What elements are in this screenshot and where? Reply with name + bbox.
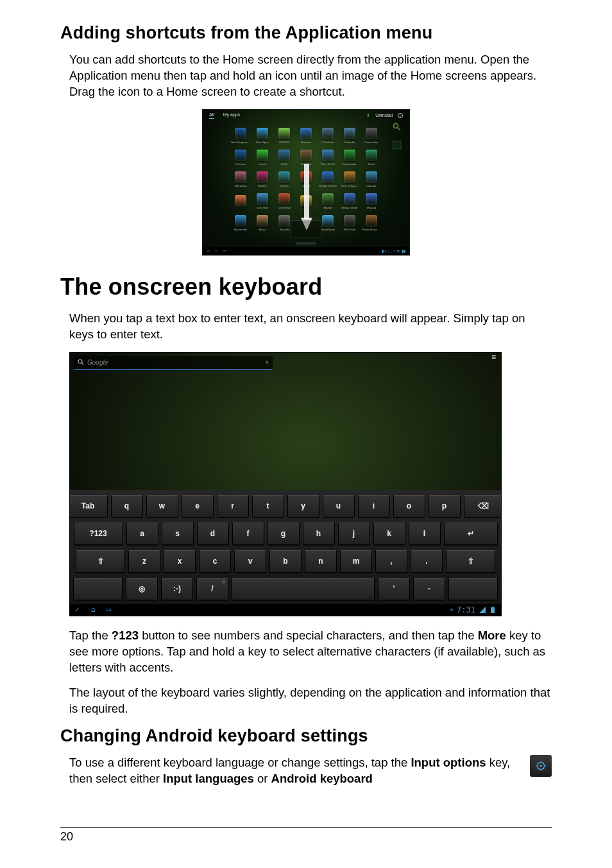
- app-icon[interactable]: Email: [361, 147, 382, 169]
- app-icon[interactable]: Browser: [296, 125, 316, 147]
- app-icon[interactable]: [230, 191, 251, 213]
- key-[interactable]: [73, 578, 123, 600]
- uninstall-label[interactable]: Uninstall: [375, 113, 393, 117]
- app-icon[interactable]: Latitude: [361, 169, 382, 191]
- app-icon[interactable]: Hero of Spar...: [339, 169, 360, 191]
- key-l[interactable]: l: [409, 523, 441, 545]
- key-[interactable]: '": [378, 578, 410, 600]
- key-f[interactable]: f: [232, 523, 264, 545]
- app-icon[interactable]: Downloads: [339, 147, 360, 169]
- key-[interactable]: [232, 578, 375, 600]
- search-bar[interactable]: Google ×: [74, 356, 273, 370]
- key-g[interactable]: g: [268, 523, 300, 545]
- key-[interactable]: ⌫: [464, 495, 502, 517]
- app-topbar: All My apps ⬇ Uninstall i: [203, 110, 409, 121]
- key-d[interactable]: d: [197, 523, 229, 545]
- key-[interactable]: .: [411, 550, 443, 573]
- recent-icon[interactable]: ▭: [223, 248, 226, 253]
- key-[interactable]: ◎: [126, 578, 158, 600]
- shop-icon[interactable]: ⬇: [366, 113, 370, 118]
- key-x[interactable]: x: [164, 550, 196, 573]
- app-icon[interactable]: Gmail: [296, 169, 316, 191]
- app-icon[interactable]: Camcorder: [361, 125, 382, 147]
- app-icon[interactable]: Contacts: [296, 147, 316, 169]
- key-a[interactable]: a: [126, 523, 158, 545]
- app-icon[interactable]: Docs To Go: [318, 147, 338, 169]
- app-icon[interactable]: Camera: [230, 147, 251, 169]
- key-y[interactable]: y: [287, 495, 319, 517]
- app-icon[interactable]: eReading: [230, 169, 251, 191]
- home-icon[interactable]: ⌂: [215, 248, 217, 253]
- app-icon[interactable]: Gallery: [252, 169, 273, 191]
- key-b[interactable]: b: [269, 550, 302, 573]
- app-icon[interactable]: Google Search: [318, 169, 338, 191]
- app-icon[interactable]: Calculator: [318, 125, 338, 147]
- key-w[interactable]: w: [146, 495, 178, 517]
- key-123[interactable]: ?123: [74, 523, 123, 545]
- key-[interactable]: ⇧: [76, 550, 125, 573]
- key-v[interactable]: v: [234, 550, 266, 573]
- app-icon[interactable]: Music: [252, 213, 273, 234]
- key-h[interactable]: h: [303, 523, 335, 545]
- tab-all[interactable]: All: [209, 112, 214, 119]
- app-icon[interactable]: Clock: [274, 147, 294, 169]
- app-icon[interactable]: LumiRead: [274, 191, 294, 213]
- key-i[interactable]: i: [358, 495, 390, 517]
- key-s[interactable]: s: [162, 523, 194, 545]
- page-number: 20: [60, 827, 552, 844]
- key-[interactable]: ,: [375, 550, 407, 573]
- key-[interactable]: :-): [161, 578, 193, 600]
- key-m[interactable]: m: [340, 550, 372, 573]
- app-icon[interactable]: [296, 191, 316, 213]
- key-j[interactable]: j: [338, 523, 370, 545]
- app-icon[interactable]: clear.fi: [252, 147, 273, 169]
- key-t[interactable]: t: [252, 495, 284, 517]
- paragraph-adding-shortcuts: You can add shortcuts to the Home screen…: [69, 52, 552, 100]
- app-grid: Acer Registra...Acer SyncAUPEO!BrowserCa…: [230, 125, 382, 234]
- key-p[interactable]: p: [429, 495, 461, 517]
- recent-icon[interactable]: ▭: [106, 605, 111, 614]
- key-[interactable]: ↵: [444, 523, 498, 545]
- app-icon[interactable]: Media Server: [339, 191, 360, 213]
- menu-icon[interactable]: ≡: [491, 356, 496, 358]
- app-icon[interactable]: Multimedia: [230, 213, 251, 234]
- app-icon[interactable]: Acer Registra...: [230, 125, 251, 147]
- input-options-icon[interactable]: [530, 755, 552, 777]
- app-icon[interactable]: Lets Golf: [252, 191, 273, 213]
- svg-rect-9: [492, 607, 493, 607]
- clear-icon[interactable]: ×: [265, 359, 269, 366]
- home-icon[interactable]: ⌂: [91, 605, 96, 614]
- search-shortcut-icon[interactable]: [393, 123, 402, 132]
- key-tab[interactable]: Tab: [69, 495, 108, 517]
- app-icon[interactable]: MusicA: [361, 191, 382, 213]
- app-icon[interactable]: Acer Sync: [252, 125, 273, 147]
- key-[interactable]: ⇧: [446, 550, 495, 573]
- key-[interactable]: /@: [196, 578, 228, 600]
- back-icon[interactable]: ◅: [207, 248, 210, 253]
- info-icon[interactable]: i: [398, 113, 403, 118]
- app-icon[interactable]: Calendar: [339, 125, 360, 147]
- key-q[interactable]: q: [111, 495, 143, 517]
- key-k[interactable]: k: [373, 523, 405, 545]
- key-c[interactable]: c: [199, 550, 231, 573]
- keyboard-row-2: ?123asdfghjkl↵: [73, 523, 498, 545]
- key-o[interactable]: o: [393, 495, 425, 517]
- key-r[interactable]: r: [217, 495, 249, 517]
- app-icon[interactable]: Games: [274, 169, 294, 191]
- paragraph-123-note: Tap the ?123 button to see numbers and s…: [69, 628, 552, 676]
- app-icon[interactable]: Market: [318, 191, 338, 213]
- key-n[interactable]: n: [305, 550, 337, 573]
- key-z[interactable]: z: [128, 550, 160, 573]
- hide-kb-icon[interactable]: ✓: [75, 605, 80, 614]
- app-icon[interactable]: Photo Browse...: [361, 213, 382, 234]
- ime-icon[interactable]: ⌨: [450, 607, 453, 613]
- key-e[interactable]: e: [182, 495, 214, 517]
- key-[interactable]: [448, 578, 498, 600]
- app-icon[interactable]: NFS Shift: [339, 213, 360, 234]
- key-u[interactable]: u: [323, 495, 355, 517]
- app-icon[interactable]: AUPEO!: [274, 125, 294, 147]
- browser-shortcut-icon[interactable]: [393, 141, 402, 150]
- key-[interactable]: -_: [413, 578, 445, 600]
- keyboard-row-3: ⇧zxcvbnm,.⇧: [73, 550, 498, 573]
- tab-myapps[interactable]: My apps: [223, 112, 240, 119]
